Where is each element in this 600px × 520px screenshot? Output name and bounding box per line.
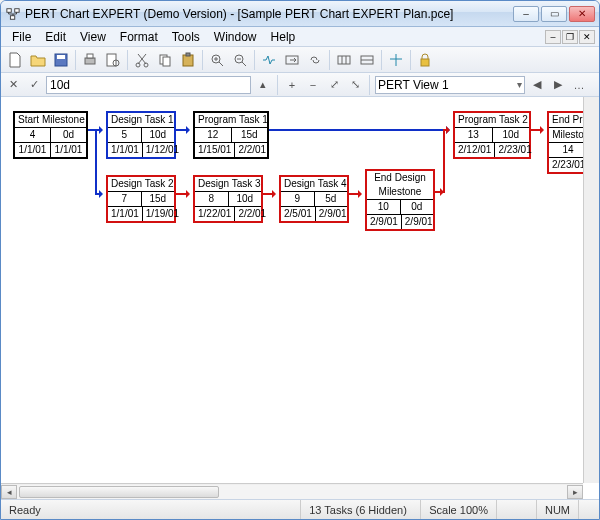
duration-input[interactable] <box>46 76 251 94</box>
open-button[interactable] <box>27 49 49 71</box>
chart-canvas[interactable]: Start Milestone 40d 1/1/011/1/01 Design … <box>1 97 599 499</box>
connector <box>95 193 102 195</box>
home-button[interactable] <box>385 49 407 71</box>
prev-view-button[interactable]: ◀ <box>528 76 546 94</box>
app-window: PERT Chart EXPERT (Demo Version) - [Samp… <box>0 0 600 520</box>
status-num: NUM <box>537 500 579 519</box>
zoom-in-button[interactable] <box>206 49 228 71</box>
copy-button[interactable] <box>154 49 176 71</box>
cancel-edit-button[interactable]: ✕ <box>4 76 22 94</box>
mdi-minimize-button[interactable]: – <box>545 30 561 44</box>
menu-edit[interactable]: Edit <box>38 30 73 44</box>
view-select[interactable]: PERT View 1 <box>375 76 525 94</box>
menu-file[interactable]: File <box>5 30 38 44</box>
lock-button[interactable] <box>414 49 436 71</box>
svg-rect-1 <box>15 8 19 12</box>
new-button[interactable] <box>4 49 26 71</box>
minimize-button[interactable]: – <box>513 6 539 22</box>
menu-view[interactable]: View <box>73 30 113 44</box>
svg-rect-4 <box>57 55 65 59</box>
goto-task-button[interactable] <box>281 49 303 71</box>
connector <box>435 191 443 193</box>
mdi-close-button[interactable]: ✕ <box>579 30 595 44</box>
node-start-milestone[interactable]: Start Milestone 40d 1/1/011/1/01 <box>13 111 88 159</box>
node-design-task-3[interactable]: Design Task 3 810d 1/22/012/2/01 <box>193 175 263 223</box>
minus-icon[interactable]: − <box>304 76 322 94</box>
node-design-task-2[interactable]: Design Task 2 715d 1/1/011/19/01 <box>106 175 176 223</box>
trace-button[interactable] <box>258 49 280 71</box>
expand-icon[interactable]: ⤢ <box>325 76 343 94</box>
scroll-thumb[interactable] <box>19 486 219 498</box>
connector <box>531 129 543 131</box>
connector <box>176 193 189 195</box>
status-bar: Ready 13 Tasks (6 Hidden) Scale 100% NUM <box>1 499 599 519</box>
print-button[interactable] <box>79 49 101 71</box>
menu-help[interactable]: Help <box>264 30 303 44</box>
node-program-task-1[interactable]: Program Task 1 1215d 1/15/012/2/01 <box>193 111 269 159</box>
node-program-task-2[interactable]: Program Task 2 1310d 2/12/012/23/01 <box>453 111 531 159</box>
layout-horizontal-button[interactable] <box>333 49 355 71</box>
svg-rect-14 <box>186 53 190 56</box>
node-design-task-1[interactable]: Design Task 1 510d 1/1/011/12/01 <box>106 111 176 159</box>
window-title: PERT Chart EXPERT (Demo Version) - [Samp… <box>25 7 513 21</box>
layout-vertical-button[interactable] <box>356 49 378 71</box>
connector <box>349 193 361 195</box>
menu-tools[interactable]: Tools <box>165 30 207 44</box>
svg-rect-12 <box>163 57 170 66</box>
save-button[interactable] <box>50 49 72 71</box>
connector <box>443 129 445 193</box>
connector <box>95 129 97 193</box>
menu-bar: File Edit View Format Tools Window Help … <box>1 27 599 47</box>
maximize-button[interactable]: ▭ <box>541 6 567 22</box>
zoom-out-button[interactable] <box>229 49 251 71</box>
paste-button[interactable] <box>177 49 199 71</box>
next-view-button[interactable]: ▶ <box>549 76 567 94</box>
accept-edit-button[interactable]: ✓ <box>25 76 43 94</box>
collapse-icon[interactable]: ⤡ <box>346 76 364 94</box>
svg-rect-18 <box>338 56 350 64</box>
status-blank1 <box>497 500 537 519</box>
status-blank2 <box>579 500 599 519</box>
plus-icon[interactable]: + <box>283 76 301 94</box>
svg-rect-13 <box>183 55 193 66</box>
link-button[interactable] <box>304 49 326 71</box>
menu-format[interactable]: Format <box>113 30 165 44</box>
window-controls: – ▭ ✕ <box>513 6 595 22</box>
connector <box>263 193 275 195</box>
horizontal-scrollbar[interactable]: ◂ ▸ <box>1 483 583 499</box>
app-icon <box>5 6 21 22</box>
scroll-track[interactable] <box>17 485 567 499</box>
mdi-restore-button[interactable]: ❐ <box>562 30 578 44</box>
status-tasks: 13 Tasks (6 Hidden) <box>301 500 421 519</box>
status-ready: Ready <box>1 500 301 519</box>
node-end-program-milestone[interactable]: End Prog Milesto 14 2/23/01 <box>547 111 587 174</box>
connector <box>176 129 189 131</box>
main-toolbar <box>1 47 599 73</box>
view-more-button[interactable]: … <box>570 76 588 94</box>
node-end-design-milestone[interactable]: End Design Milestone 100d 2/9/012/9/01 <box>365 169 435 231</box>
print-preview-button[interactable] <box>102 49 124 71</box>
menu-window[interactable]: Window <box>207 30 264 44</box>
formula-bar: ✕ ✓ ▴ + − ⤢ ⤡ PERT View 1 ◀ ▶ … <box>1 73 599 97</box>
title-bar: PERT Chart EXPERT (Demo Version) - [Samp… <box>1 1 599 27</box>
svg-rect-5 <box>85 58 95 64</box>
svg-rect-0 <box>7 8 11 12</box>
cut-button[interactable] <box>131 49 153 71</box>
svg-rect-6 <box>87 54 93 58</box>
svg-rect-20 <box>421 59 429 66</box>
svg-rect-2 <box>10 15 14 19</box>
close-button[interactable]: ✕ <box>569 6 595 22</box>
vertical-scrollbar[interactable] <box>583 97 599 483</box>
scroll-left-button[interactable]: ◂ <box>1 485 17 499</box>
status-scale: Scale 100% <box>421 500 497 519</box>
connector <box>269 129 449 131</box>
mdi-controls: – ❐ ✕ <box>545 30 595 44</box>
scroll-right-button[interactable]: ▸ <box>567 485 583 499</box>
connector <box>443 129 449 131</box>
node-design-task-4[interactable]: Design Task 4 95d 2/5/012/9/01 <box>279 175 349 223</box>
spinner-up-button[interactable]: ▴ <box>254 76 272 94</box>
